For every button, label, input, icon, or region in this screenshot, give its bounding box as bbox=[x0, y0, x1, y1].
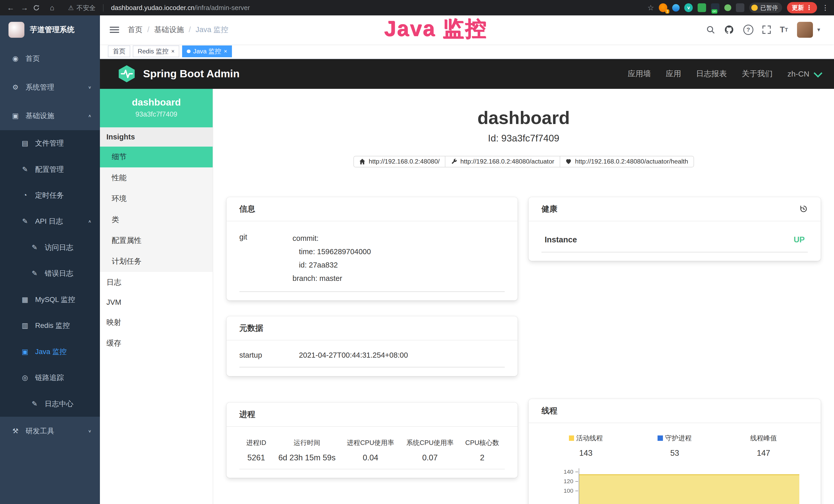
extension-icon-teal[interactable]: v bbox=[684, 3, 693, 12]
health-instance-row: Instance UP bbox=[542, 232, 808, 252]
tab-home[interactable]: 首页 bbox=[108, 45, 130, 57]
paused-extension-pill[interactable]: 已暂停 bbox=[749, 3, 782, 13]
legend-value: 147 bbox=[719, 449, 808, 458]
legend-value: 143 bbox=[542, 449, 630, 458]
menu-section-insights: Insights bbox=[100, 127, 213, 146]
sba-nav-applications[interactable]: 应用 bbox=[666, 69, 681, 79]
menu-item-logs[interactable]: 日志 bbox=[100, 272, 213, 293]
sba-nav-about[interactable]: 关于我们 bbox=[742, 69, 773, 79]
sidebar-item-java-monitor[interactable]: ▣Java 监控 bbox=[0, 339, 100, 365]
sba-locale-select[interactable]: zh-CN bbox=[788, 70, 820, 78]
sidebar-item-home[interactable]: ◉ 首页 bbox=[0, 44, 100, 73]
sidebar-item-files[interactable]: ▤文件管理 bbox=[0, 130, 100, 156]
history-icon[interactable] bbox=[799, 205, 808, 213]
process-col-label: 进程CPU使用率 bbox=[341, 438, 400, 447]
fullscreen-icon[interactable] bbox=[762, 25, 771, 34]
proxy-on-badge: on bbox=[711, 9, 717, 14]
endpoint-actuator-button[interactable]: http://192.168.0.2:48080/actuator bbox=[445, 156, 560, 168]
live-threads-area bbox=[579, 474, 799, 504]
sba-nav-wall[interactable]: 应用墙 bbox=[628, 69, 651, 79]
process-col-label: CPU核心数 bbox=[460, 438, 505, 447]
tab-redis-monitor[interactable]: Redis 监控× bbox=[133, 45, 179, 57]
endpoint-root-button[interactable]: http://192.168.0.2:48080/ bbox=[353, 156, 446, 168]
breadcrumb-separator: / bbox=[189, 25, 191, 34]
menu-item-classes[interactable]: 类 bbox=[100, 209, 213, 230]
card-title: 进程 bbox=[239, 409, 255, 420]
sidebar-item-access-log[interactable]: ✎访问日志 bbox=[0, 234, 100, 260]
heart-icon bbox=[565, 158, 572, 165]
health-label: Instance bbox=[545, 235, 577, 245]
breadcrumb-infra[interactable]: 基础设施 bbox=[154, 25, 184, 35]
menu-item-scheduled-tasks[interactable]: 计划任务 bbox=[100, 251, 213, 272]
hamburger-icon[interactable] bbox=[110, 27, 119, 33]
sidebar-item-jobs[interactable]: ◔定时任务 bbox=[0, 182, 100, 208]
threads-card: 线程 活动线程143 守护进程53 线程峰值147 140 bbox=[529, 399, 821, 504]
address-bar[interactable]: dashboard.yudao.iocoder.cn/infra/admin-s… bbox=[111, 4, 250, 12]
reload-icon[interactable] bbox=[33, 4, 43, 11]
tab-java-monitor[interactable]: Java 监控× bbox=[182, 45, 232, 57]
font-size-icon[interactable]: TT bbox=[780, 25, 788, 35]
sidebar-item-mysql[interactable]: ▦MySQL 监控 bbox=[0, 287, 100, 313]
menu-item-environment[interactable]: 环境 bbox=[100, 188, 213, 209]
sba-nav-journal[interactable]: 日志报表 bbox=[696, 69, 727, 79]
close-icon[interactable]: × bbox=[224, 48, 227, 55]
extension-icon-proxy[interactable]: on bbox=[711, 3, 720, 12]
menu-item-config-props[interactable]: 配置属性 bbox=[100, 230, 213, 251]
home-icon[interactable]: ⌂ bbox=[47, 4, 57, 12]
sidebar-item-infra[interactable]: ▣ 基础设施 ∧ bbox=[0, 101, 100, 130]
eye-icon: ◎ bbox=[20, 373, 30, 382]
menu-item-details[interactable]: 细节 bbox=[100, 146, 213, 167]
timer-icon: ◔ bbox=[20, 191, 30, 199]
site-security[interactable]: ⚠ 不安全 bbox=[68, 4, 95, 12]
status-badge: UP bbox=[794, 235, 805, 245]
app-logo-row[interactable]: 芋道管理系统 bbox=[0, 16, 100, 44]
menu-item-mappings[interactable]: 映射 bbox=[100, 312, 213, 333]
sidebar-item-system[interactable]: ⚙ 系统管理 ∨ bbox=[0, 73, 100, 102]
info-row-value: commit: time: 1596289704000 id: 27aa832 … bbox=[292, 232, 371, 285]
extension-icon-orange[interactable]: 1 bbox=[659, 3, 667, 12]
endpoint-url: http://192.168.0.2:48080/ bbox=[369, 158, 440, 165]
bookmark-star-icon[interactable]: ☆ bbox=[647, 3, 654, 12]
browser-menu-icon[interactable]: ⋮ bbox=[822, 4, 829, 12]
extension-icon-drop[interactable] bbox=[672, 4, 680, 12]
screen: ← → ⌂ ⚠ 不安全 dashboard.yudao.iocoder.cn/i… bbox=[0, 0, 834, 504]
avatar[interactable] bbox=[797, 22, 813, 38]
menu-item-metrics[interactable]: 性能 bbox=[100, 167, 213, 188]
sba-brand[interactable]: Spring Boot Admin bbox=[117, 64, 240, 84]
sidebar-item-devtools[interactable]: ⚒ 研发工具 ∨ bbox=[0, 417, 100, 445]
back-icon[interactable]: ← bbox=[5, 4, 16, 12]
avatar-caret-icon[interactable]: ▾ bbox=[817, 26, 820, 33]
y-tick-label: 100 bbox=[554, 487, 574, 494]
help-icon[interactable]: ? bbox=[743, 25, 753, 35]
extension-icon-grid[interactable] bbox=[698, 3, 706, 12]
tag-view-bar: 首页 Redis 监控× Java 监控× bbox=[100, 44, 834, 59]
forward-icon[interactable]: → bbox=[19, 4, 30, 12]
sba-main: dashboard Id: 93a3fc7f7409 http://192.16… bbox=[213, 89, 834, 504]
app-logo bbox=[8, 22, 24, 38]
close-icon[interactable]: × bbox=[171, 48, 174, 55]
sidebar-item-redis[interactable]: ▥Redis 监控 bbox=[0, 313, 100, 339]
update-label: 更新 bbox=[792, 4, 804, 12]
menu-item-jvm[interactable]: JVM bbox=[100, 293, 213, 312]
legend-label: 线程峰值 bbox=[750, 434, 777, 443]
instance-header[interactable]: dashboard 93a3fc7f7409 bbox=[100, 89, 213, 128]
endpoint-health-button[interactable]: http://192.168.0.2:48080/actuator/health bbox=[560, 156, 694, 168]
home-icon bbox=[359, 158, 366, 165]
sidebar-item-error-log[interactable]: ✎错误日志 bbox=[0, 260, 100, 287]
card-title: 健康 bbox=[542, 204, 557, 214]
sidebar-item-config[interactable]: ✎配置管理 bbox=[0, 156, 100, 182]
breadcrumb-home[interactable]: 首页 bbox=[128, 25, 142, 35]
github-icon[interactable] bbox=[724, 25, 734, 35]
active-dot bbox=[187, 49, 190, 53]
sidebar-item-tracing[interactable]: ◎链路追踪 bbox=[0, 365, 100, 391]
metadata-card: 元数据 startup 2021-04-27T00:44:31.254+08:0… bbox=[226, 316, 518, 376]
sidebar-item-label: 定时任务 bbox=[35, 190, 64, 200]
paused-label: 已暂停 bbox=[760, 4, 778, 12]
extension-icon-leaf[interactable] bbox=[724, 4, 731, 11]
sidebar-item-log-center[interactable]: ✎日志中心 bbox=[0, 391, 100, 417]
extensions-puzzle-icon[interactable] bbox=[736, 3, 744, 12]
search-icon[interactable] bbox=[706, 25, 715, 34]
chrome-update-button[interactable]: 更新 ⋮ bbox=[787, 2, 817, 13]
menu-item-caches[interactable]: 缓存 bbox=[100, 333, 213, 353]
sidebar-item-api-log[interactable]: ✎API 日志∧ bbox=[0, 208, 100, 234]
